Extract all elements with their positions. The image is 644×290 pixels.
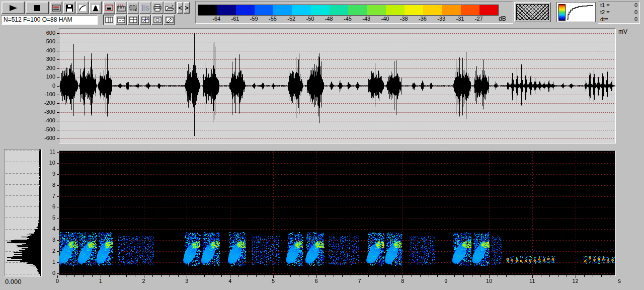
transfer-curve-icon: [566, 4, 594, 21]
axis-tick-mark: [360, 275, 360, 278]
mean-spectrum-canvas[interactable]: [5, 150, 41, 276]
window-function-icon: [92, 5, 100, 12]
recorder-button[interactable]: [50, 2, 62, 14]
axis-tick-mark: [377, 275, 377, 277]
color-scale-strip[interactable]: [198, 5, 499, 16]
axis-tick-mark: [515, 275, 515, 277]
chevron-left-icon: <: [178, 6, 182, 11]
color-scale-segment: [217, 5, 235, 15]
oscillogram-y-tick-label: -600: [31, 135, 55, 141]
time-axis-tick-label: 2: [136, 278, 151, 284]
save-button[interactable]: [63, 2, 75, 14]
axis-tick-mark: [265, 275, 265, 277]
copy-region-button[interactable]: [127, 2, 139, 14]
axis-tick-mark: [170, 275, 170, 277]
selection-frame-button[interactable]: [103, 2, 115, 14]
axis-tick-mark: [57, 275, 58, 278]
dt-row: dt= 0: [598, 16, 639, 23]
t2-value: 0: [634, 9, 637, 16]
time-axis-tick-label: 7: [352, 278, 367, 284]
layout-spectrogram-button[interactable]: [115, 15, 127, 25]
spectrogram-y-tick-label: 4: [31, 226, 55, 232]
axis-tick-mark: [290, 275, 291, 277]
oscillogram-y-tick-label: 600: [31, 30, 55, 36]
color-scale-tick-label: -50: [302, 16, 319, 22]
save-icon: [65, 5, 73, 12]
axis-tick-mark: [506, 275, 507, 277]
oscillogram-y-tick-label: 100: [31, 74, 55, 80]
next-button[interactable]: >: [184, 2, 190, 14]
t1-row: t1 = 0: [598, 2, 639, 9]
print-button[interactable]: [151, 2, 164, 14]
prev-button[interactable]: <: [177, 2, 183, 14]
spectrogram-y-tick-label: 5: [31, 214, 55, 221]
selection-frame-icon: [105, 5, 114, 12]
time-axis-tick-label: 0: [50, 278, 65, 284]
axis-tick-mark: [57, 42, 59, 42]
spectrogram-canvas[interactable]: [59, 151, 615, 275]
time-readout-panel: t1 = 0 t2 = 0 dt= 0: [598, 1, 640, 24]
color-scale-segment: [236, 5, 255, 15]
axis-tick-mark: [541, 275, 541, 277]
spectrum-section-button[interactable]: S: [139, 2, 151, 14]
axis-tick-mark: [57, 121, 59, 121]
color-scale-tick-label: -40: [377, 16, 394, 22]
axis-tick-mark: [342, 275, 343, 277]
chevron-right-icon: >: [185, 6, 189, 11]
window-function-button[interactable]: [89, 2, 102, 14]
color-scale-tick-label: -31: [452, 16, 469, 22]
axis-tick-mark: [187, 275, 187, 278]
axis-tick-mark: [57, 251, 59, 252]
time-axis-tick-label: 10: [481, 278, 497, 284]
open-folder-button[interactable]: [164, 2, 176, 14]
time-axis-tick-label: 1: [93, 278, 108, 284]
axis-tick-mark: [472, 275, 472, 277]
oscillogram-y-tick-label: 300: [31, 56, 55, 62]
axis-tick-mark: [403, 275, 403, 278]
axis-tick-mark: [57, 112, 59, 113]
color-scale-unit: dB: [499, 15, 506, 22]
axis-tick-mark: [532, 275, 533, 278]
mean-spectrum-panel[interactable]: [4, 149, 42, 276]
crosshatch-pattern-icon: [516, 4, 549, 20]
axis-tick-mark: [584, 275, 585, 277]
color-scale-segment: [255, 5, 273, 15]
color-scale-tick-label: -33: [433, 16, 450, 22]
axis-tick-mark: [126, 275, 127, 277]
spectrogram-y-tick-label: 0: [31, 270, 55, 276]
layout-oscillogram-button[interactable]: [103, 15, 115, 25]
axis-tick-mark: [394, 275, 394, 277]
gamma-curve-button[interactable]: [76, 2, 89, 14]
oscillogram-unit-label: mV: [618, 28, 627, 35]
layout-window-button[interactable]: [151, 15, 163, 25]
axis-tick-mark: [144, 275, 144, 278]
color-scale-segment: [330, 5, 348, 15]
color-scale-tick-label: -52: [283, 16, 300, 22]
oscillogram-plot[interactable]: [59, 28, 616, 143]
color-scale-tick-label: -61: [227, 16, 244, 22]
play-button[interactable]: [2, 2, 25, 14]
pattern-selector[interactable]: [514, 2, 551, 22]
axis-tick-mark: [325, 275, 326, 277]
axis-tick-mark: [66, 275, 66, 277]
axis-tick-mark: [57, 95, 59, 95]
oscillogram-canvas[interactable]: [59, 29, 615, 143]
layout-edit-button[interactable]: [164, 15, 175, 25]
time-axis-tick-label: 6: [309, 278, 324, 284]
spectrogram-plot[interactable]: [59, 151, 616, 276]
axis-tick-mark: [118, 275, 118, 277]
axis-tick-mark: [463, 275, 464, 277]
t2-row: t2 = 0: [598, 9, 639, 16]
axis-tick-mark: [57, 77, 59, 78]
color-scale-tick-label: -43: [358, 16, 375, 22]
ruler-button[interactable]: [115, 2, 127, 14]
axis-tick-mark: [57, 174, 59, 175]
axis-tick-mark: [57, 196, 59, 197]
color-scale-tick-label: -48: [320, 16, 338, 22]
stop-button[interactable]: [26, 2, 49, 14]
color-scale-segment: [198, 5, 217, 15]
layout-split-crosshair-button[interactable]: [139, 15, 151, 25]
spectrogram-y-tick-label: 2: [31, 248, 55, 254]
layout-split-button[interactable]: [127, 15, 139, 25]
color-transfer-panel[interactable]: [556, 2, 596, 22]
